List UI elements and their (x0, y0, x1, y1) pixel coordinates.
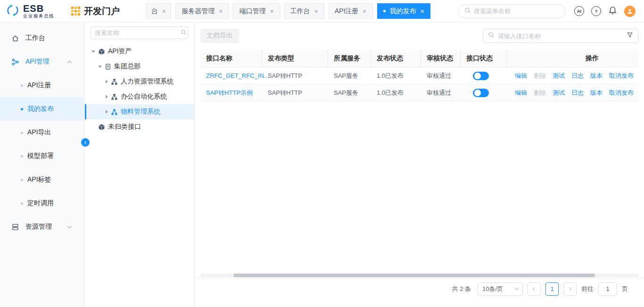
version-action[interactable]: 版本 (590, 89, 603, 97)
log-action[interactable]: 日志 (571, 89, 584, 97)
close-icon[interactable]: × (363, 8, 366, 15)
table-row: SAP转HTTP示例 SAP转HTTP SAP服务 1.0已发布 审核通过 编辑… (200, 84, 638, 101)
sidebar-item-api-management[interactable]: API管理 (0, 50, 84, 74)
interface-search-input[interactable] (498, 33, 623, 40)
tab-my-publish[interactable]: 我的发布 × (377, 3, 430, 19)
interface-search-box[interactable] (483, 29, 638, 43)
menu-search-input[interactable] (474, 8, 560, 15)
sidebar-item-my-publish[interactable]: 我的发布 (0, 97, 84, 121)
asset-tree-panel: API资产 集团总部 人力资源管理系统 办公自动化系统 物料管理系统 未归类接口 (85, 23, 195, 307)
status-toggle[interactable] (473, 89, 489, 97)
chevron-right-icon (568, 287, 571, 290)
tab-server-management[interactable]: 服务器管理 × (175, 3, 229, 19)
interface-name-link[interactable]: ZRFC_GET_RFC_IN... (206, 72, 269, 79)
chevron-down-icon (67, 224, 72, 229)
tree-item-hr-system[interactable]: 人力资源管理系统 (85, 74, 194, 89)
close-icon[interactable]: × (421, 8, 424, 15)
delete-action[interactable]: 删除 (534, 72, 546, 80)
publish-type-cell: SAP转HTTP (262, 84, 328, 101)
tree-item-label: 物料管理系统 (121, 108, 160, 116)
next-page-button[interactable] (563, 282, 577, 296)
tree-item-unclassified[interactable]: 未归类接口 (85, 119, 194, 134)
tree-search-input[interactable] (95, 29, 178, 36)
unpublish-action[interactable]: 取消发布 (609, 72, 634, 80)
toolbar: 文档导出 (195, 23, 644, 50)
caret-down-icon[interactable] (98, 66, 102, 68)
tab-label: 台 (151, 7, 158, 16)
log-action[interactable]: 日志 (571, 72, 584, 80)
unpublish-action[interactable]: 取消发布 (609, 89, 634, 97)
menu-search-box[interactable] (458, 4, 566, 18)
edit-action[interactable]: 编辑 (515, 89, 527, 97)
logo-title: ESB (23, 4, 54, 14)
goto-page-input[interactable] (598, 282, 617, 296)
bullet-dot (21, 132, 23, 134)
grid-icon (71, 7, 80, 16)
close-icon[interactable]: × (314, 8, 318, 15)
close-icon[interactable]: × (270, 8, 273, 15)
doc-export-button[interactable]: 文档导出 (200, 29, 239, 43)
horizontal-scrollbar[interactable] (200, 274, 638, 277)
sidebar-item-scheduled-call[interactable]: 定时调用 (0, 191, 84, 215)
help-icon[interactable]: ? (591, 6, 601, 16)
bullet-dot (21, 202, 23, 205)
tab-workbench[interactable]: 工作台 × (284, 3, 324, 19)
close-icon[interactable]: × (219, 8, 223, 15)
tree-item-oa-system[interactable]: 办公自动化系统 (85, 89, 194, 104)
home-icon (11, 34, 20, 42)
edit-action[interactable]: 编辑 (515, 72, 527, 80)
scrollbar-thumb[interactable] (233, 274, 595, 277)
sidebar-item-api-tags[interactable]: API标签 (0, 168, 84, 191)
topbar: ESB 企业服务总线 开发门户 台 × 服务器管理 × 端口管理 × 工作台 ×… (0, 0, 644, 23)
sidebar-item-workbench[interactable]: 工作台 (0, 26, 84, 50)
tab-truncated[interactable]: 台 × (146, 3, 171, 19)
prev-page-button[interactable] (528, 282, 541, 296)
caret-right-icon[interactable] (106, 110, 108, 114)
sidebar-item-resource-management[interactable]: 资源管理 (0, 215, 84, 239)
tree-item-label: 办公自动化系统 (121, 92, 167, 101)
search-icon (181, 29, 187, 37)
sidebar-item-model-deploy[interactable]: 模型部署 (0, 144, 84, 168)
tab-port-management[interactable]: 端口管理 × (233, 3, 280, 19)
chevron-up-icon (67, 61, 72, 66)
total-count: 共 2 条 (452, 285, 471, 293)
test-action[interactable]: 测试 (553, 89, 565, 97)
collapse-panel-button[interactable] (81, 138, 90, 147)
test-action[interactable]: 测试 (553, 72, 565, 80)
row-actions: 编辑 删除 测试 日志 版本 取消发布 (507, 67, 638, 84)
interface-name-link[interactable]: SAP转HTTP示例 (206, 89, 253, 97)
tree-item-label: 人力资源管理系统 (121, 77, 173, 86)
tree-item-label: API资产 (108, 47, 132, 56)
logo-subtitle: 企业服务总线 (23, 14, 54, 18)
tree-search-box[interactable] (91, 26, 189, 39)
sidebar-item-api-export[interactable]: API导出 (0, 121, 84, 144)
version-action[interactable]: 版本 (590, 72, 603, 80)
sidebar-item-label: 工作台 (25, 34, 45, 42)
sidebar-item-label: 模型部署 (27, 152, 54, 160)
sidebar-nav: 工作台 API管理 API注册 我的发布 API导出 模型部署 API标签 定时… (0, 23, 85, 307)
tab-api-register[interactable]: API注册 × (329, 3, 373, 19)
tree-item-api-assets[interactable]: API资产 (85, 44, 194, 59)
close-icon[interactable]: × (162, 8, 166, 15)
delete-action[interactable]: 删除 (534, 89, 546, 97)
tab-label: 工作台 (290, 7, 310, 16)
filter-funnel-icon[interactable] (627, 32, 633, 40)
caret-right-icon[interactable] (106, 80, 108, 83)
notification-bell-icon[interactable] (608, 6, 617, 17)
chevron-left-icon (533, 287, 537, 290)
user-avatar[interactable] (624, 6, 636, 17)
page-number-button[interactable]: 1 (545, 282, 559, 296)
sidebar-item-api-register[interactable]: API注册 (0, 74, 84, 97)
caret-right-icon[interactable] (106, 95, 108, 99)
tree-item-material-system[interactable]: 物料管理系统 (85, 104, 194, 119)
caret-down-icon[interactable] (91, 50, 95, 53)
ai-assistant-icon[interactable]: AI (574, 6, 584, 16)
status-toggle[interactable] (473, 72, 489, 80)
api-management-icon (11, 58, 20, 66)
tab-bar: 台 × 服务器管理 × 端口管理 × 工作台 × API注册 × 我的发布 × (146, 3, 430, 19)
tree-item-group-hq[interactable]: 集团总部 (85, 59, 194, 74)
sidebar-item-label: 定时调用 (27, 199, 54, 207)
tab-label: 我的发布 (390, 7, 416, 16)
page-size-select[interactable]: 10条/页 (478, 282, 523, 296)
search-icon (464, 7, 471, 16)
